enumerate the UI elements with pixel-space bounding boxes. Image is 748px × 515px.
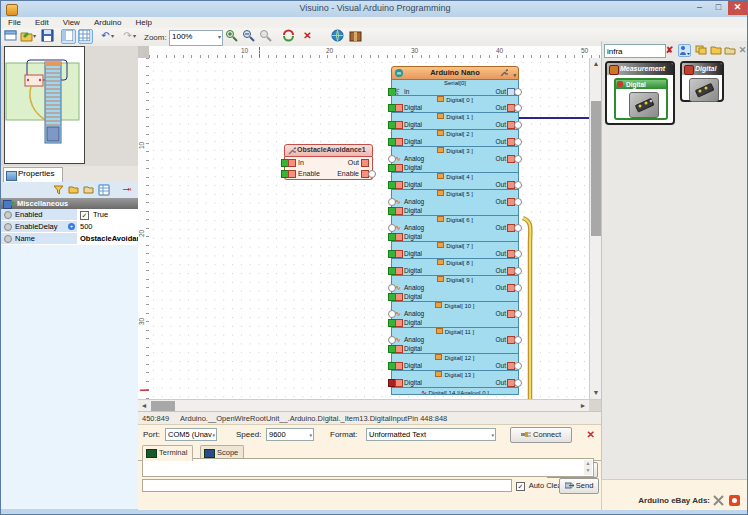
out-connector[interactable]: [514, 362, 522, 370]
out-connector[interactable]: [514, 284, 522, 292]
menu-item[interactable]: Arduino: [87, 17, 129, 27]
out-connector[interactable]: [514, 198, 522, 206]
out-connector[interactable]: [514, 138, 522, 146]
digital-group-header[interactable]: Digital: [682, 63, 722, 75]
palette-item-infrared-digital[interactable]: Digital: [614, 78, 668, 120]
maximize-button[interactable]: □: [709, 1, 728, 15]
digital-in-pin[interactable]: [395, 181, 403, 189]
collapse-all-icon[interactable]: [83, 184, 95, 196]
wire-obstacle-to-digital13-outline[interactable]: [523, 218, 540, 399]
close-button[interactable]: ✕: [728, 1, 747, 15]
palette-group-digital[interactable]: Digital: [680, 61, 724, 102]
property-row[interactable]: EnableDelay + 500: [1, 221, 138, 233]
digital-in-pin[interactable]: [395, 293, 403, 301]
out-connector[interactable]: [514, 155, 522, 163]
minimize-button[interactable]: –: [690, 1, 709, 15]
property-value[interactable]: ObstacleAvoidan...: [77, 233, 138, 244]
zoom-out-icon[interactable]: [242, 29, 257, 44]
zoom-in-icon[interactable]: [225, 29, 240, 44]
redo-dropdown-icon[interactable]: ▾: [133, 29, 136, 44]
out-connector[interactable]: [514, 250, 522, 258]
build-upload-icon[interactable]: [282, 29, 297, 44]
digital-in-pin[interactable]: [395, 164, 403, 172]
obstacle-header[interactable]: ObstacleAvoidance1: [284, 144, 373, 157]
component-arduino-nano[interactable]: ∞ Arduino Nano ▾ Serial[0] 𝝃 In Out: [391, 66, 519, 395]
out-connector[interactable]: [514, 267, 522, 275]
digital-in-pin[interactable]: [395, 207, 403, 215]
property-value[interactable]: 500: [77, 221, 138, 232]
property-row[interactable]: Enabled True: [1, 209, 138, 221]
clear-search-icon[interactable]: ✘: [663, 44, 676, 57]
expand-groups-icon[interactable]: [710, 44, 723, 57]
tab-terminal[interactable]: Terminal: [142, 445, 193, 461]
out-connector[interactable]: [514, 310, 522, 318]
terminal-output[interactable]: ▲▼: [142, 458, 594, 477]
auto-clear-checkbox[interactable]: Auto Clear: [516, 481, 564, 491]
speed-combobox[interactable]: 9600▾: [266, 428, 314, 441]
digital-in-pin[interactable]: [395, 233, 403, 241]
connect-button[interactable]: Connect: [510, 427, 572, 443]
open-dropdown-icon[interactable]: ▾: [33, 29, 36, 44]
wrench-icon[interactable]: [500, 69, 508, 77]
obstacle-enable-out-connector[interactable]: [368, 170, 376, 178]
property-category[interactable]: Miscellaneous: [1, 198, 138, 209]
design-canvas[interactable]: ObstacleAvoidance1 In Out Enable Ena: [149, 58, 589, 399]
tools-icon[interactable]: ✕: [736, 44, 748, 57]
out-connector[interactable]: [514, 379, 522, 387]
zoom-reset-icon[interactable]: [259, 29, 274, 44]
expand-all-icon[interactable]: [68, 184, 80, 196]
pin-panel-icon[interactable]: ⭲: [121, 184, 133, 196]
obstacle-in-pin[interactable]: [288, 159, 296, 167]
format-combobox[interactable]: Unformatted Text▾: [366, 428, 496, 441]
expand-plus-icon[interactable]: +: [68, 223, 75, 230]
digital-in-pin[interactable]: [395, 362, 403, 370]
package-icon[interactable]: [349, 29, 364, 44]
stop-delete-icon[interactable]: ✕: [300, 29, 315, 44]
component-obstacle-avoidance[interactable]: ObstacleAvoidance1 In Out Enable Ena: [284, 144, 373, 180]
filter-icon[interactable]: [53, 184, 65, 196]
out-connector[interactable]: [514, 224, 522, 232]
digital-in-pin[interactable]: [395, 319, 403, 327]
obstacle-out-pin[interactable]: [361, 159, 369, 167]
zoom-combobox[interactable]: 100%▾: [169, 30, 223, 46]
digital-in-pin[interactable]: [395, 267, 403, 275]
menu-item[interactable]: View: [56, 17, 87, 27]
menu-item[interactable]: File: [1, 17, 28, 27]
out-connector[interactable]: [514, 181, 522, 189]
out-connector[interactable]: [514, 104, 522, 112]
new-project-icon[interactable]: [4, 29, 19, 44]
overview-minimap[interactable]: [4, 46, 85, 164]
menu-item[interactable]: Edit: [28, 17, 56, 27]
obstacle-enable-pin[interactable]: [288, 170, 296, 178]
palette-search-input[interactable]: [604, 44, 666, 58]
digital-in-pin[interactable]: [395, 379, 403, 387]
arduino-header[interactable]: ∞ Arduino Nano ▾: [391, 66, 519, 80]
sort-view-icon[interactable]: [98, 184, 110, 196]
tab-properties[interactable]: Properties: [3, 167, 63, 182]
digital-in-pin[interactable]: [395, 104, 403, 112]
vertical-scroll-thumb[interactable]: [591, 101, 601, 236]
ebay-ad-icon[interactable]: [729, 495, 740, 506]
send-button[interactable]: Send: [559, 478, 599, 494]
zoom-dropdown-icon[interactable]: ▾: [218, 33, 221, 40]
wizard-filter-icon[interactable]: [678, 44, 691, 57]
terminal-scrollbar[interactable]: ▲▼: [584, 460, 592, 475]
horizontal-scroll-thumb[interactable]: [151, 401, 175, 411]
digital-in-pin[interactable]: [395, 250, 403, 258]
wire-obstacle-to-digital13[interactable]: [523, 218, 540, 399]
web-help-icon[interactable]: [331, 29, 346, 44]
property-row[interactable]: Name ObstacleAvoidan...: [1, 233, 138, 245]
menu-item[interactable]: Help: [128, 17, 158, 27]
toggle-panels-icon[interactable]: [61, 29, 76, 44]
disconnect-icon[interactable]: ✕: [587, 429, 595, 440]
digital-in-pin[interactable]: [395, 138, 403, 146]
property-value[interactable]: True: [77, 209, 138, 220]
checkbox-icon[interactable]: [80, 211, 89, 220]
digital-in-pin[interactable]: [395, 121, 403, 129]
undo-dropdown-icon[interactable]: ▾: [111, 29, 114, 44]
auto-clear-check-icon[interactable]: [516, 482, 525, 491]
measurement-group-header[interactable]: Measurement: [607, 63, 673, 75]
port-combobox[interactable]: COM5 (Unav▾: [165, 428, 217, 441]
toggle-grid-icon[interactable]: [78, 29, 93, 44]
tools-cross-icon[interactable]: [713, 495, 724, 506]
